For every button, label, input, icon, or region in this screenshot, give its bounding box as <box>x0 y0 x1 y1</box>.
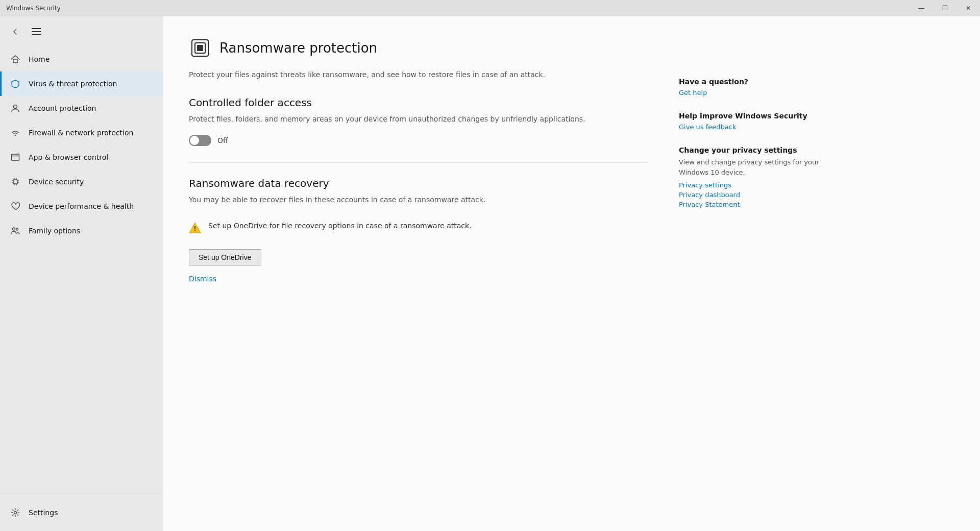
sidebar-item-family-label: Family options <box>29 227 80 235</box>
content-area: Ransomware protection Protect your files… <box>189 37 648 511</box>
app-container: Home Virus & threat protection <box>0 16 980 531</box>
svg-rect-3 <box>12 154 19 160</box>
controlled-folder-toggle[interactable] <box>189 135 211 146</box>
sidebar-item-device-health-label: Device performance & health <box>29 202 134 210</box>
sidebar-item-app-label: App & browser control <box>29 153 108 161</box>
sidebar-item-device-security-label: Device security <box>29 178 84 186</box>
get-help-link[interactable]: Get help <box>679 89 822 96</box>
hamburger-line <box>32 31 41 32</box>
toggle-row: Off <box>189 135 648 146</box>
restore-button[interactable]: ❐ <box>933 0 957 16</box>
main-content: Ransomware protection Protect your files… <box>163 16 980 531</box>
wifi-icon <box>10 128 20 138</box>
page-title: Ransomware protection <box>219 40 377 56</box>
privacy-section: Change your privacy settings View and ch… <box>679 146 822 208</box>
person-icon <box>10 103 20 113</box>
sidebar-item-settings[interactable]: Settings <box>0 500 163 525</box>
svg-point-15 <box>16 228 18 230</box>
sidebar-item-account[interactable]: Account protection <box>0 96 163 120</box>
right-panel: Have a question? Get help Help improve W… <box>679 37 822 511</box>
close-button[interactable]: ✕ <box>957 0 980 16</box>
heart-icon <box>10 201 20 211</box>
sidebar-item-virus-label: Virus & threat protection <box>29 80 117 88</box>
sidebar-item-account-label: Account protection <box>29 104 96 112</box>
minimize-button[interactable]: — <box>910 0 933 16</box>
warning-box: ! Set up OneDrive for file recovery opti… <box>189 215 648 239</box>
svg-point-16 <box>14 512 17 514</box>
sidebar-item-home-label: Home <box>29 55 50 63</box>
sidebar-bottom: Settings <box>0 494 163 531</box>
family-icon <box>10 226 20 236</box>
sidebar-item-family[interactable]: Family options <box>0 219 163 243</box>
hamburger-button[interactable] <box>29 25 44 38</box>
improve-heading: Help improve Windows Security <box>679 112 822 120</box>
controlled-folder-desc: Protect files, folders, and memory areas… <box>189 114 648 125</box>
sidebar-item-firewall[interactable]: Firewall & network protection <box>0 120 163 145</box>
sidebar-item-device-health[interactable]: Device performance & health <box>0 194 163 219</box>
back-icon <box>11 28 19 36</box>
feedback-section: Help improve Windows Security Give us fe… <box>679 112 822 131</box>
sidebar-item-home[interactable]: Home <box>0 47 163 71</box>
sidebar-settings-label: Settings <box>29 509 58 517</box>
privacy-statement-link[interactable]: Privacy Statement <box>679 201 822 208</box>
sidebar-item-virus[interactable]: Virus & threat protection <box>0 71 163 96</box>
svg-point-2 <box>15 135 16 136</box>
svg-point-1 <box>14 105 17 109</box>
toggle-label: Off <box>217 136 228 144</box>
browser-icon <box>10 152 20 162</box>
nav-items: Home Virus & threat protection <box>0 47 163 494</box>
page-icon <box>189 37 211 59</box>
recovery-section: Ransomware data recovery You may be able… <box>189 177 648 283</box>
dismiss-link[interactable]: Dismiss <box>189 275 216 283</box>
svg-point-14 <box>13 228 15 230</box>
hamburger-line <box>32 28 41 29</box>
recovery-title: Ransomware data recovery <box>189 177 648 189</box>
section-divider <box>189 162 648 163</box>
sidebar-item-firewall-label: Firewall & network protection <box>29 129 133 137</box>
app-title: Windows Security <box>6 5 61 12</box>
settings-icon <box>10 508 20 518</box>
warning-icon: ! <box>189 222 201 234</box>
sidebar-item-device-security[interactable]: Device security <box>0 170 163 194</box>
recovery-desc: You may be able to recover files in thes… <box>189 195 648 205</box>
svg-text:!: ! <box>193 225 196 232</box>
privacy-subtext: View and change privacy settings for you… <box>679 157 822 177</box>
svg-rect-5 <box>13 180 17 184</box>
svg-rect-0 <box>13 59 17 63</box>
titlebar: Windows Security — ❐ ✕ <box>0 0 980 16</box>
shield-icon <box>10 79 20 89</box>
toggle-knob <box>190 136 199 145</box>
privacy-heading: Change your privacy settings <box>679 146 822 154</box>
svg-rect-19 <box>197 45 203 51</box>
hamburger-line <box>32 34 41 35</box>
help-heading: Have a question? <box>679 78 822 86</box>
sidebar-item-app[interactable]: App & browser control <box>0 145 163 170</box>
sidebar: Home Virus & threat protection <box>0 16 163 531</box>
sidebar-top <box>0 20 163 47</box>
window-controls: — ❐ ✕ <box>910 0 980 16</box>
page-subtitle: Protect your files against threats like … <box>189 69 648 80</box>
chip-icon <box>10 177 20 187</box>
warning-text: Set up OneDrive for file recovery option… <box>208 221 472 231</box>
back-button[interactable] <box>8 25 22 39</box>
page-header: Ransomware protection <box>189 37 648 59</box>
controlled-folder-title: Controlled folder access <box>189 96 648 109</box>
setup-onedrive-button[interactable]: Set up OneDrive <box>189 249 261 266</box>
home-icon <box>10 54 20 64</box>
give-feedback-link[interactable]: Give us feedback <box>679 123 822 131</box>
help-section: Have a question? Get help <box>679 78 822 96</box>
privacy-dashboard-link[interactable]: Privacy dashboard <box>679 191 822 199</box>
privacy-settings-link[interactable]: Privacy settings <box>679 181 822 189</box>
